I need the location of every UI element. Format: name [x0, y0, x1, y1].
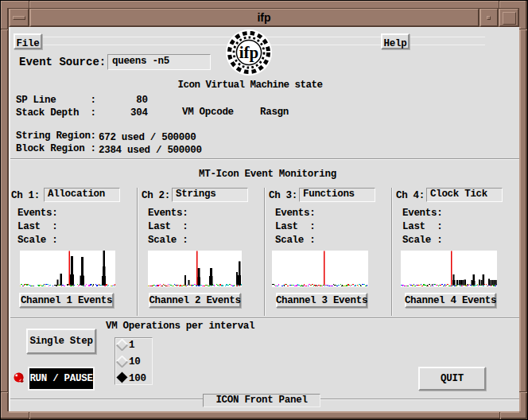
svg-text:ifp: ifp: [239, 43, 259, 62]
